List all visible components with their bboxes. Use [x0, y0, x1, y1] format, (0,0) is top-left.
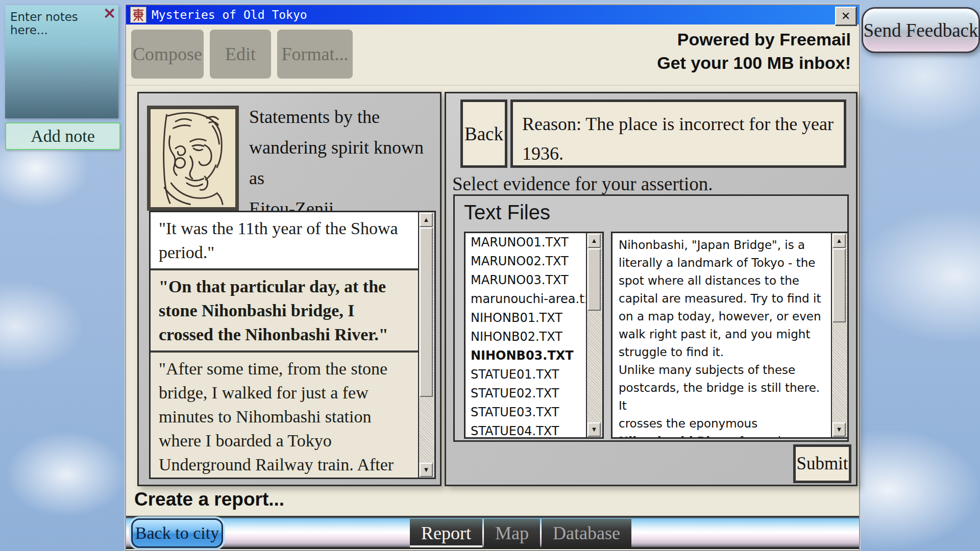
promo-line2: Get your 100 MB inbox! — [657, 51, 851, 74]
scrollbar-thumb[interactable] — [420, 228, 433, 397]
submit-button[interactable]: Submit — [793, 444, 851, 483]
statement-item[interactable]: "After some time, from the stone bridge,… — [151, 353, 433, 479]
title-bar-icon — [130, 7, 146, 23]
evidence-box: Text Files MARUNO01.TXT MARUNO02.TXT MAR… — [453, 194, 849, 442]
close-icon: ✕ — [841, 10, 850, 22]
text-files-title: Text Files — [464, 201, 550, 224]
up-arrow-icon: ▲ — [591, 237, 598, 245]
file-item[interactable]: STATUE01.TXT — [465, 365, 585, 384]
file-item[interactable]: marunouchi-area.txt — [465, 290, 585, 309]
statement-item-selected[interactable]: "On that particular day, at the stone Ni… — [151, 270, 433, 353]
file-item[interactable]: MARUNO03.TXT — [465, 271, 585, 290]
create-report-label: Create a report... — [134, 489, 284, 510]
notes-input[interactable]: Enter notes here... × — [5, 5, 118, 118]
promo-line1: Powered by Freemail — [657, 28, 851, 51]
tab-report-label: Report — [421, 522, 471, 544]
window-title: Mysteries of Old Tokyo — [152, 8, 307, 21]
add-note-label: Add note — [31, 127, 95, 146]
title-bar[interactable]: Mysteries of Old Tokyo ✕ — [126, 5, 859, 24]
scroll-down-button[interactable]: ▼ — [420, 463, 433, 477]
reason-box: Reason: The place is incorrect for the y… — [510, 99, 846, 168]
statement-item[interactable]: "It was the 11th year of the Showa perio… — [151, 212, 433, 270]
compose-button[interactable]: Compose — [131, 30, 204, 79]
down-arrow-icon: ▼ — [591, 425, 598, 434]
file-item[interactable]: MARUNO01.TXT — [465, 233, 585, 252]
compose-label: Compose — [133, 43, 202, 65]
evidence-text: Nihonbashi, "Japan Bridge", is a literal… — [619, 236, 825, 439]
back-button[interactable]: Back — [460, 99, 507, 168]
tab-map-label: Map — [495, 522, 529, 544]
statements-caption: Statements by the wandering spirit known… — [249, 102, 433, 224]
text-view-scrollbar[interactable]: ▲ ▼ — [831, 233, 847, 437]
scrollbar-thumb[interactable] — [832, 248, 846, 322]
tab-report[interactable]: Report — [410, 519, 482, 547]
scroll-up-button[interactable]: ▲ — [832, 234, 846, 248]
file-item[interactable]: NIHONB01.TXT — [465, 309, 585, 328]
tab-bar: Report Map Database — [410, 519, 631, 547]
select-evidence-label: Select evidence for your assertion. — [452, 173, 713, 195]
back-label: Back — [464, 123, 503, 145]
file-item[interactable]: STATUE04.TXT — [465, 422, 585, 439]
scroll-up-button[interactable]: ▲ — [420, 213, 433, 227]
freemail-promo: Powered by Freemail Get your 100 MB inbo… — [657, 28, 851, 74]
submit-label: Submit — [796, 454, 848, 474]
bottom-bar: Back to city Report Map Database — [126, 516, 859, 549]
file-list: MARUNO01.TXT MARUNO02.TXT MARUNO03.TXT m… — [464, 232, 604, 439]
back-to-city-label: Back to city — [135, 523, 219, 543]
send-feedback-label: Send Feedback — [863, 19, 978, 41]
down-arrow-icon: ▼ — [423, 466, 430, 474]
evidence-text-pre: Nihonbashi, "Japan Bridge", is a literal… — [619, 238, 821, 430]
notes-placeholder: Enter notes here... — [10, 10, 107, 37]
file-item[interactable]: NIHONB02.TXT — [465, 328, 585, 346]
scroll-down-button[interactable]: ▼ — [587, 422, 601, 437]
main-window: Mysteries of Old Tokyo ✕ Compose Edit Fo… — [125, 4, 860, 551]
send-feedback-button[interactable]: Send Feedback — [862, 7, 980, 53]
file-item-selected[interactable]: NIHONB03.TXT — [465, 346, 585, 365]
up-arrow-icon: ▲ — [836, 237, 843, 245]
note-close-icon[interactable]: × — [103, 5, 116, 20]
statements-list: "It was the 11th year of the Showa perio… — [149, 211, 436, 479]
file-list-scrollbar[interactable]: ▲ ▼ — [586, 233, 602, 437]
down-arrow-icon: ▼ — [836, 425, 843, 434]
format-button[interactable]: Format... — [277, 30, 353, 79]
statements-panel: Statements by the wandering spirit known… — [137, 92, 442, 486]
scrollbar-thumb[interactable] — [587, 248, 601, 311]
file-item[interactable]: STATUE03.TXT — [465, 403, 585, 422]
edit-label: Edit — [225, 43, 256, 65]
statements-scrollbar[interactable]: ▲ ▼ — [418, 212, 434, 478]
toolbar: Compose Edit Format... Powered by Freema… — [126, 24, 859, 86]
scroll-down-button[interactable]: ▼ — [832, 422, 846, 437]
window-close-button[interactable]: ✕ — [835, 7, 856, 26]
scroll-up-button[interactable]: ▲ — [587, 234, 601, 248]
evidence-text-bold: Nihonbashi River — [619, 435, 731, 439]
edit-button[interactable]: Edit — [210, 30, 271, 79]
tab-database-label: Database — [553, 522, 620, 544]
report-panel: Back Reason: The place is incorrect for … — [445, 92, 857, 486]
up-arrow-icon: ▲ — [423, 216, 430, 224]
spirit-portrait — [147, 106, 239, 211]
file-item[interactable]: STATUE02.TXT — [465, 384, 585, 403]
file-item[interactable]: MARUNO02.TXT — [465, 252, 585, 271]
add-note-button[interactable]: Add note — [5, 122, 120, 150]
evidence-text-view: Nihonbashi, "Japan Bridge", is a literal… — [611, 232, 849, 439]
tab-database[interactable]: Database — [542, 519, 631, 547]
format-label: Format... — [282, 43, 349, 65]
tab-map[interactable]: Map — [484, 519, 540, 547]
back-to-city-button[interactable]: Back to city — [131, 518, 223, 548]
game-screen: Enter notes here... × Add note Send Feed… — [0, 0, 980, 551]
